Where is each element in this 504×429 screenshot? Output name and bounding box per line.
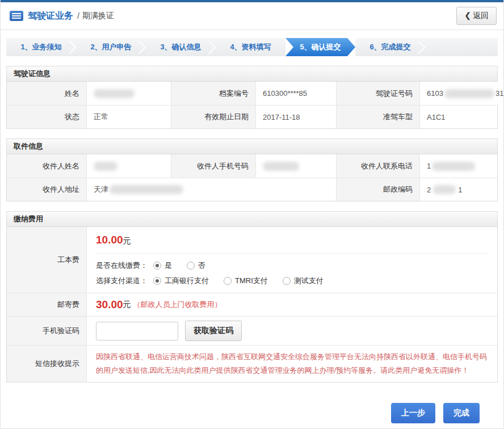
page: 驾驶证业务 / 期满换证 ❮返回 1、业务须知 2、用户申告 3、确认信息 4、… xyxy=(0,0,504,429)
license-card-icon xyxy=(10,11,23,21)
channel-test-option[interactable]: 测试支付 xyxy=(283,276,324,286)
fee-amount: 10.00 xyxy=(96,234,123,246)
online-yes-option[interactable]: 是 xyxy=(153,260,172,271)
step-label: 2、用户申告 xyxy=(90,42,131,52)
pickup-info-row-2: 收件人地址 天津 邮政编码 21 xyxy=(7,178,497,201)
postcode-suffix: 1 xyxy=(458,186,462,194)
postcode-value: 21 xyxy=(419,178,497,201)
pickup-info-row-1: 收件人姓名 收件人手机号码 收件人联系电话 1 xyxy=(7,154,497,178)
step-label: 1、业务须知 xyxy=(20,42,61,52)
payment-channel-row: 选择支付渠道： 工商银行支付 TMRI支付 测试支付 xyxy=(96,276,488,286)
finish-button[interactable]: 完成 xyxy=(443,403,480,423)
recipient-address-label: 收件人地址 xyxy=(7,178,86,201)
step-label: 6、完成提交 xyxy=(369,42,410,52)
back-button-label: 返回 xyxy=(473,11,489,20)
fee-unit: 元 xyxy=(123,236,131,245)
name-value xyxy=(86,82,171,105)
postage-value-cell: 30.00元（邮政人员上门收取费用） xyxy=(86,293,497,316)
step-progress-bar: 1、业务须知 2、用户申告 3、确认信息 4、资料填写 5、确认提交 6、完成提… xyxy=(6,38,498,56)
status-label: 状态 xyxy=(7,105,86,128)
license-info-title: 驾驶证信息 xyxy=(7,66,497,82)
channel-icbc-label: 工商银行支付 xyxy=(165,276,209,286)
back-button[interactable]: ❮返回 xyxy=(456,7,497,25)
chevron-left-icon: ❮ xyxy=(464,11,471,20)
recipient-address-value: 天津 xyxy=(86,178,336,201)
license-no-suffix: 3163X xyxy=(495,89,504,98)
step-1-business-notice[interactable]: 1、业务须知 xyxy=(6,38,76,56)
expiry-value: 2017-11-18 xyxy=(255,105,336,128)
file-no-value: 610300****85 xyxy=(255,82,336,105)
header: 驾驶证业务 / 期满换证 ❮返回 xyxy=(1,2,503,30)
postage-note: （邮政人员上门收取费用） xyxy=(133,300,222,310)
step-label: 5、确认提交 xyxy=(300,42,341,52)
captcha-value-cell: 获取验证码 xyxy=(86,316,497,345)
step-label: 4、资料填写 xyxy=(230,42,271,52)
vehicle-class-label: 准驾车型 xyxy=(336,105,419,128)
fee-amount-line: 10.00元 xyxy=(96,234,488,254)
recipient-phone-value: 1 xyxy=(419,154,497,178)
name-label: 姓名 xyxy=(7,82,86,105)
postage-unit: 元 xyxy=(123,300,131,310)
captcha-label: 手机验证码 xyxy=(7,316,86,345)
postage-row: 邮寄费 30.00元（邮政人员上门收取费用） xyxy=(7,293,497,316)
license-info-section: 驾驶证信息 姓名 档案编号 610300****85 驾驶证号码 6103316… xyxy=(6,66,498,129)
license-info-row-2: 状态 正常 有效期止日期 2017-11-18 准驾车型 A1C1 xyxy=(7,105,497,128)
license-no-value: 61033163X xyxy=(419,82,504,105)
sms-tip-text: 因陕西省联通、电信运营商技术问题，陕西省互联网交通安全综合服务管理平台无法向持陕… xyxy=(86,345,497,382)
payment-title: 缴纳费用 xyxy=(7,212,497,227)
license-info-row-1: 姓名 档案编号 610300****85 驾驶证号码 61033163X xyxy=(7,82,497,105)
recipient-name-label: 收件人姓名 xyxy=(7,154,86,178)
radio-unchecked-icon[interactable] xyxy=(224,277,232,285)
fee-value-cell: 10.00元 是否在线缴费： 是 否 选择支付渠道： 工商银行支付 TMRI支付… xyxy=(86,227,497,293)
radio-checked-icon[interactable] xyxy=(153,262,161,270)
step-5-confirm-submit-active[interactable]: 5、确认提交 xyxy=(285,38,355,56)
captcha-row: 手机验证码 获取验证码 xyxy=(7,316,497,345)
radio-unchecked-icon[interactable] xyxy=(283,277,291,285)
redacted-phone xyxy=(432,162,475,171)
radio-checked-icon[interactable] xyxy=(153,277,161,285)
previous-step-button[interactable]: 上一步 xyxy=(391,403,435,423)
fee-label: 工本费 xyxy=(7,227,86,293)
pickup-info-title: 取件信息 xyxy=(7,139,497,154)
channel-icbc-option[interactable]: 工商银行支付 xyxy=(153,276,209,286)
channel-tmri-option[interactable]: TMRI支付 xyxy=(224,276,268,286)
sms-tip-row: 短信接收提示 因陕西省联通、电信运营商技术问题，陕西省互联网交通安全综合服务管理… xyxy=(7,345,497,382)
payment-section: 缴纳费用 工本费 10.00元 是否在线缴费： 是 否 选择支付渠道： 工商银行… xyxy=(6,211,498,382)
recipient-mobile-value xyxy=(255,154,336,178)
sms-tip-label: 短信接收提示 xyxy=(7,345,86,382)
recipient-name-value xyxy=(86,154,171,178)
redacted-postcode xyxy=(433,185,456,194)
step-4-fill-data[interactable]: 4、资料填写 xyxy=(216,38,285,56)
license-no-label: 驾驶证号码 xyxy=(336,82,419,105)
postcode-label: 邮政编码 xyxy=(336,178,419,201)
payment-channel-question: 选择支付渠道： xyxy=(96,276,148,286)
recipient-phone-label: 收件人联系电话 xyxy=(336,154,419,178)
redacted-mobile xyxy=(263,162,299,171)
file-no-label: 档案编号 xyxy=(171,82,255,105)
phone-prefix: 1 xyxy=(427,162,431,170)
redacted-address xyxy=(110,185,183,194)
step-6-complete-submit[interactable]: 6、完成提交 xyxy=(355,38,425,56)
online-no-label: 否 xyxy=(198,260,205,271)
online-payment-question: 是否在线缴费： xyxy=(96,260,148,271)
online-no-option[interactable]: 否 xyxy=(187,260,205,271)
breadcrumb-current: 期满换证 xyxy=(82,11,114,21)
postcode-prefix: 2 xyxy=(427,186,431,194)
step-label: 3、确认信息 xyxy=(160,42,201,52)
address-prefix: 天津 xyxy=(94,184,108,195)
step-3-confirm-info[interactable]: 3、确认信息 xyxy=(146,38,216,56)
page-title: 驾驶证业务 xyxy=(28,10,73,22)
redacted-license-no xyxy=(444,89,494,98)
step-bar-filler xyxy=(425,38,498,56)
channel-tmri-label: TMRI支付 xyxy=(235,276,268,286)
online-payment-row: 是否在线缴费： 是 否 xyxy=(96,260,488,271)
radio-unchecked-icon[interactable] xyxy=(187,262,195,270)
step-2-user-declaration[interactable]: 2、用户申告 xyxy=(76,38,146,56)
captcha-input[interactable] xyxy=(96,322,178,340)
online-yes-label: 是 xyxy=(165,260,172,271)
postage-label: 邮寄费 xyxy=(7,293,86,316)
get-captcha-button[interactable]: 获取验证码 xyxy=(185,321,242,341)
channel-test-label: 测试支付 xyxy=(294,276,324,286)
pickup-info-section: 取件信息 收件人姓名 收件人手机号码 收件人联系电话 1 收件人地址 天津 邮政… xyxy=(6,138,498,201)
redacted-recipient-name xyxy=(94,162,117,171)
